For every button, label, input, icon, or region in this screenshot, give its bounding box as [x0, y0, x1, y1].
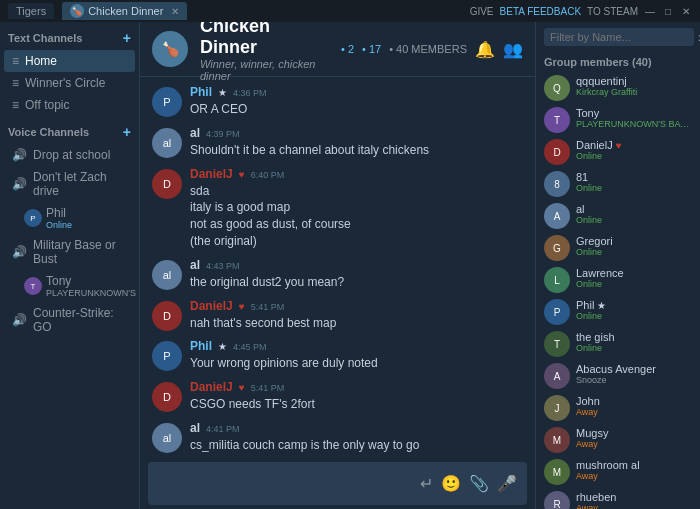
- member-info-4: al Online: [576, 203, 692, 225]
- member-item[interactable]: L Lawrence Online: [540, 264, 696, 296]
- attachment-icon[interactable]: 📎: [469, 474, 489, 493]
- voice-icon-3: 🔊: [12, 245, 27, 259]
- member-item[interactable]: R rhueben Away: [540, 488, 696, 509]
- member-item[interactable]: T the gish Online: [540, 328, 696, 360]
- member-item[interactable]: M mushroom al Away: [540, 456, 696, 488]
- member-avatar-3: 8: [544, 171, 570, 197]
- voice-icon-2: 🔊: [12, 177, 27, 191]
- msg-author-7: al: [190, 421, 200, 435]
- chat-input[interactable]: [158, 477, 412, 491]
- msg-time-1: 4:39 PM: [206, 129, 240, 139]
- member-info-8: the gish Online: [576, 331, 692, 353]
- member-sub-9: Snooze: [576, 375, 692, 385]
- beta-text: GIVE: [470, 6, 494, 17]
- msg-text-3: the original dust2 you mean?: [190, 274, 523, 291]
- msg-author-1: al: [190, 126, 200, 140]
- msg-content-5: Phil ★ 4:45 PM Your wrong opinions are d…: [190, 339, 523, 372]
- msg-time-6: 5:41 PM: [251, 383, 285, 393]
- msg-content-1: al 4:39 PM Shouldn't it be a channel abo…: [190, 126, 523, 159]
- phil-voice-label: Phil: [46, 206, 66, 220]
- msg-heart-2: ♥: [239, 169, 245, 180]
- member-avatar-8: T: [544, 331, 570, 357]
- member-item[interactable]: G Gregori Online: [540, 232, 696, 264]
- tab-chicken-dinner[interactable]: 🍗 Chicken Dinner ✕: [62, 2, 187, 20]
- member-name-5: Gregori: [576, 235, 692, 247]
- msg-text-7: cs_militia couch camp is the only way to…: [190, 437, 523, 453]
- member-info-7: Phil ★ Online: [576, 299, 692, 321]
- member-item[interactable]: J John Away: [540, 392, 696, 424]
- group-name: Chicken Dinner: [200, 22, 329, 58]
- member-sub-12: Away: [576, 471, 692, 481]
- member-sub-1: PLAYERUNKNOWN'S BATTLEG...: [576, 119, 692, 129]
- msg-avatar-danielj-6: D: [152, 382, 182, 412]
- msg-text-6: CSGO needs TF's 2fort: [190, 396, 523, 413]
- sidebar-item-phil-voice[interactable]: P Phil Online: [4, 202, 135, 234]
- member-item[interactable]: A al Online: [540, 200, 696, 232]
- msg-header-6: DanielJ ♥ 5:41 PM: [190, 380, 523, 394]
- sidebar-item-tony-voice[interactable]: T Tony PLAYERUNKNOWN'S: [4, 270, 135, 302]
- tab-tigers[interactable]: Tigers: [8, 3, 54, 19]
- sidebar-item-home[interactable]: ≡ Home: [4, 50, 135, 72]
- ingame-count: • 17: [362, 43, 381, 55]
- message-group-1: al al 4:39 PM Shouldn't it be a channel …: [152, 126, 523, 159]
- sidebar-item-drop-at-school[interactable]: 🔊 Drop at school: [4, 144, 135, 166]
- voice-input-icon[interactable]: 🎤: [497, 474, 517, 493]
- emoji-icon[interactable]: 🙂: [441, 474, 461, 493]
- add-voice-channel-button[interactable]: +: [123, 124, 131, 140]
- tab-group-icon: 🍗: [70, 4, 84, 18]
- member-item[interactable]: M Mugsy Away: [540, 424, 696, 456]
- titlebar-left: Tigers 🍗 Chicken Dinner ✕: [8, 2, 187, 20]
- friends-icon[interactable]: 👥: [503, 40, 523, 59]
- member-item[interactable]: Q qqquentinj Kirkcray Graffiti: [540, 72, 696, 104]
- member-avatar-12: M: [544, 459, 570, 485]
- member-info-2: DanielJ ♥ Online: [576, 139, 692, 161]
- member-sub-4: Online: [576, 215, 692, 225]
- member-info-6: Lawrence Online: [576, 267, 692, 289]
- member-sub-8: Online: [576, 343, 692, 353]
- member-avatar-6: L: [544, 267, 570, 293]
- channel-hash-icon-3: ≡: [12, 98, 19, 112]
- beta-link[interactable]: BETA FEEDBACK: [500, 6, 582, 17]
- sidebar-item-military-base[interactable]: 🔊 Military Base or Bust: [4, 234, 135, 270]
- member-item[interactable]: D DanielJ ♥ Online: [540, 136, 696, 168]
- member-item[interactable]: A Abacus Avenger Snooze: [540, 360, 696, 392]
- msg-content-6: DanielJ ♥ 5:41 PM CSGO needs TF's 2fort: [190, 380, 523, 413]
- member-item[interactable]: T Tony PLAYERUNKNOWN'S BATTLEG...: [540, 104, 696, 136]
- member-avatar-4: A: [544, 203, 570, 229]
- chat-header-info: Chicken Dinner Winner, winner, chicken d…: [200, 22, 329, 82]
- sidebar-item-off-topic[interactable]: ≡ Off topic: [4, 94, 135, 116]
- member-sub-6: Online: [576, 279, 692, 289]
- close-button[interactable]: ✕: [680, 5, 692, 17]
- send-icon[interactable]: ↵: [420, 474, 433, 493]
- msg-header-7: al 4:41 PM: [190, 421, 523, 435]
- msg-avatar-al-3: al: [152, 260, 182, 290]
- msg-text-1: Shouldn't it be a channel about italy ch…: [190, 142, 523, 159]
- message-group-4: D DanielJ ♥ 5:41 PM nah that's second be…: [152, 299, 523, 332]
- sidebar: Text Channels + ≡ Home ≡ Winner's Circle…: [0, 22, 140, 509]
- member-avatar-5: G: [544, 235, 570, 261]
- add-text-channel-button[interactable]: +: [123, 30, 131, 46]
- msg-time-4: 5:41 PM: [251, 302, 285, 312]
- member-avatar-13: R: [544, 491, 570, 509]
- member-sub-11: Away: [576, 439, 692, 449]
- msg-avatar-danielj-2: D: [152, 169, 182, 199]
- member-item[interactable]: 8 81 Online: [540, 168, 696, 200]
- member-avatar-7: P: [544, 299, 570, 325]
- maximize-button[interactable]: □: [662, 5, 674, 17]
- text-channels-label: Text Channels: [8, 32, 82, 44]
- member-avatar-0: Q: [544, 75, 570, 101]
- msg-avatar-phil-5: P: [152, 341, 182, 371]
- close-tab-icon[interactable]: ✕: [171, 6, 179, 17]
- member-item[interactable]: P Phil ★ Online: [540, 296, 696, 328]
- members-search-bar: »: [536, 22, 700, 52]
- bell-icon[interactable]: 🔔: [475, 40, 495, 59]
- minimize-button[interactable]: —: [644, 5, 656, 17]
- member-name-1: Tony: [576, 107, 692, 119]
- sidebar-item-dont-let-zach[interactable]: 🔊 Don't let Zach drive: [4, 166, 135, 202]
- members-total: • 40 MEMBERS: [389, 43, 467, 55]
- sidebar-item-counter-strike[interactable]: 🔊 Counter-Strike: GO: [4, 302, 135, 338]
- member-name-3: 81: [576, 171, 692, 183]
- sidebar-item-winners-circle[interactable]: ≡ Winner's Circle: [4, 72, 135, 94]
- msg-star-0: ★: [218, 87, 227, 98]
- members-filter-input[interactable]: [544, 28, 694, 46]
